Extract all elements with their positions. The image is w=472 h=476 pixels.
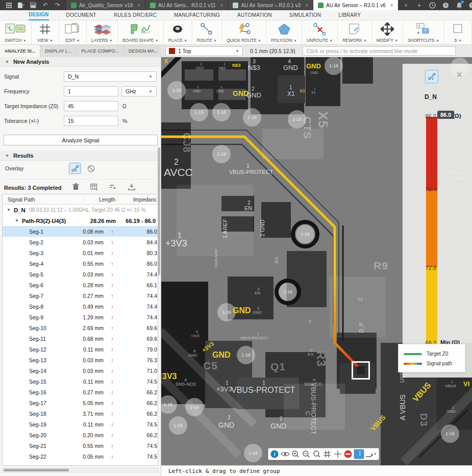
menu-item-manufacturing[interactable]: MANUFACTURING <box>174 10 220 20</box>
table-row-segment[interactable]: Seg-60.28 mm↑66.1 <box>3 280 158 290</box>
document-tab[interactable]: Air_Quality_Sensor v19× <box>66 0 145 10</box>
collapse-triangle-icon[interactable]: ▼ <box>7 208 11 212</box>
close-icon[interactable]: ✕ <box>456 71 463 79</box>
tab-overflow-icon[interactable]: ∨ <box>403 2 410 9</box>
zoom-out-button[interactable] <box>301 449 312 459</box>
toolbar-group-switch[interactable]: SWITCH ▼ <box>0 20 32 44</box>
impedance-overlay-mode-button[interactable]: z <box>425 70 438 83</box>
via[interactable]: 1-16 <box>296 225 314 243</box>
column-header-length[interactable]: Length <box>84 196 118 203</box>
analyze-signal-button[interactable]: Analyze Signal <box>4 135 158 145</box>
toolbar-group-s[interactable]: S ▼ <box>444 20 472 44</box>
table-row-segment[interactable]: Seg-110.68 mm↑69.6 <box>3 333 158 344</box>
toolbar-group-polygon[interactable]: POLYGON ▼ <box>266 20 302 44</box>
overlay-none-toggle[interactable] <box>85 163 97 174</box>
notifications-bell-icon[interactable] <box>456 2 463 9</box>
toolbar-group-route[interactable]: ROUTE ▼ <box>192 20 222 44</box>
via[interactable]: 1-16 <box>243 108 261 127</box>
zoom-fit-button[interactable] <box>311 449 322 459</box>
signal-select[interactable]: D_N ▼ <box>64 71 157 82</box>
table-row-segment[interactable]: Seg-102.69 mm↑69.6 <box>3 322 158 333</box>
table-row-segment[interactable]: Seg-30.01 mm↑80.3 <box>3 247 158 258</box>
pcb-canvas[interactable]: 1-161-161-161-161-161-161-161-161-161-16… <box>161 57 472 465</box>
panel-tab-analyze-si-[interactable]: ANALYZE SI... <box>0 45 40 57</box>
new-file-icon[interactable]: ▾ <box>17 2 24 9</box>
table-row-segment[interactable]: Seg-50.03 mm↑74.4 <box>3 269 158 280</box>
table-row-segment[interactable]: Seg-220.05 mm↑74.5 <box>3 451 158 462</box>
impedance-input[interactable] <box>64 101 118 111</box>
save-icon[interactable] <box>30 2 37 9</box>
table-row-signal-group[interactable]: ▼ D_N 08.03.23 11:12 – 1.00GHz, Target Z… <box>3 205 158 215</box>
menu-item-document[interactable]: DOCUMENT <box>66 10 96 20</box>
via[interactable]: 1-16 <box>244 444 262 462</box>
toolbar-group-place[interactable]: PLACE ▼ <box>164 20 192 44</box>
wire-bend-style-button[interactable]: ▾ <box>364 449 378 459</box>
toolbar-group-board-shape[interactable]: BOARD SHAPE ▼ <box>118 20 164 44</box>
panel-tab-display-l-[interactable]: DISPLAY L... <box>40 45 77 57</box>
new-analysis-section-header[interactable]: ▼ New Analysis <box>0 57 161 67</box>
document-tab[interactable]: AU Air Sensor – R3.0.1 v3× <box>228 0 313 10</box>
toolbar-group-unroute[interactable]: UNROUTE ▼ <box>302 20 338 44</box>
new-tab-icon[interactable]: + <box>416 2 423 9</box>
toolbar-group-quick-route[interactable]: QUICK ROUTE ▼ <box>222 20 266 44</box>
close-icon[interactable]: × <box>220 3 223 8</box>
table-row-segment[interactable]: Seg-200.20 mm↑66.2 <box>3 430 158 440</box>
via[interactable]: 1-16 <box>185 398 204 416</box>
tolerance-input[interactable] <box>64 116 118 126</box>
frequency-unit-select[interactable]: GHz ▼ <box>121 86 157 96</box>
table-row-segment[interactable]: Seg-91.29 mm↑74.4 <box>3 312 158 322</box>
toolbar-group-edit[interactable]: EDIT ▼ <box>59 20 87 44</box>
close-icon[interactable]: × <box>137 3 140 8</box>
via[interactable]: 1-16 <box>167 81 186 99</box>
table-row-segment[interactable]: Seg-175.05 mm↑66.2 <box>3 397 158 408</box>
document-tab[interactable]: AU Air Sens... R3.0.1 v11× <box>145 0 229 10</box>
document-tab[interactable]: AU Air Sensor – R3.0.1 v6× <box>313 0 399 10</box>
select-cursor-button[interactable] <box>354 449 364 459</box>
menu-item-automation[interactable]: AUTOMATION <box>237 10 272 20</box>
via[interactable]: 1-16 <box>279 283 297 301</box>
layer-select[interactable]: 1 Top ▼ <box>165 46 243 56</box>
results-section-header[interactable]: ▼ Results <box>0 151 161 161</box>
panel-tab-design-ma-[interactable]: DESIGN MA... <box>124 45 163 57</box>
collapse-rows-icon[interactable] <box>109 183 117 192</box>
undo-icon[interactable]: ↶ <box>42 2 49 9</box>
command-line-input[interactable] <box>303 46 456 56</box>
selected-pad-marker[interactable] <box>352 361 370 380</box>
menu-item-library[interactable]: LIBRARY <box>338 10 361 20</box>
via[interactable]: 1-16 <box>169 416 187 435</box>
close-icon[interactable]: × <box>390 3 393 8</box>
toolbar-group-rework[interactable]: REWORK ▼ <box>338 20 372 44</box>
table-row-segment[interactable]: Seg-230.01 mm↑74.4 <box>3 462 158 466</box>
crosshair-button[interactable] <box>332 449 343 459</box>
table-view-icon[interactable] <box>90 183 98 192</box>
app-menu-icon[interactable] <box>5 2 12 9</box>
table-row-segment[interactable]: Seg-40.55 mm↑86.0 <box>3 258 158 269</box>
horizontal-scrollbar[interactable] <box>2 468 158 472</box>
collapse-triangle-icon[interactable]: ▼ <box>15 218 19 223</box>
zoom-in-button[interactable] <box>290 449 301 459</box>
column-header-impedance[interactable]: Impedanc <box>118 196 158 203</box>
toolbar-group-layers[interactable]: LAYERS ▼ <box>87 20 118 44</box>
history-icon[interactable] <box>429 2 436 9</box>
toolbar-group-view[interactable]: VIEW ▼ <box>32 20 59 44</box>
table-row-segment[interactable]: Seg-70.27 mm↑74.4 <box>3 290 158 301</box>
table-row-segment[interactable]: Seg-20.03 mm↑84.4 <box>3 237 158 247</box>
vertical-scrollbar-thumb[interactable] <box>158 147 160 275</box>
stop-action-button[interactable] <box>343 449 354 459</box>
clock-icon[interactable] <box>442 2 450 9</box>
table-row-segment[interactable]: Seg-160.27 mm↑66.2 <box>3 387 158 397</box>
frequency-input[interactable] <box>64 86 118 96</box>
export-download-icon[interactable] <box>128 183 135 192</box>
table-row-segment[interactable]: Seg-150.11 mm↑74.5 <box>3 376 158 387</box>
table-row-segment[interactable]: Seg-130.03 mm↑76.3 <box>3 355 158 365</box>
panel-tab-place-compo-[interactable]: PLACE COMPO... <box>77 45 124 57</box>
overlay-impedance-toggle[interactable]: z <box>69 163 81 174</box>
table-row-segment[interactable]: Seg-140.03 mm↑71.0 <box>3 365 158 376</box>
table-row-segment[interactable]: Seg-80.49 mm↑74.4 <box>3 301 158 312</box>
close-icon[interactable]: × <box>305 3 308 8</box>
menu-item-rules-drc-erc[interactable]: RULES DRC/ERC <box>114 10 157 20</box>
info-button[interactable]: i <box>269 449 280 459</box>
redo-icon[interactable]: ↷ <box>54 2 61 9</box>
visibility-eye-button[interactable] <box>280 449 291 459</box>
table-row-segment[interactable]: Seg-120.11 mm↑79.0 <box>3 344 158 355</box>
